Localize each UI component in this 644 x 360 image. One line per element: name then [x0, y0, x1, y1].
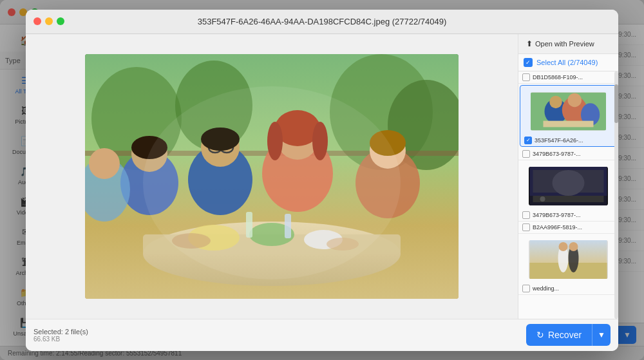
recover-icon: ↻: [536, 330, 544, 340]
select-all-icon: ✓: [524, 58, 533, 67]
thumb-checkbox-row: DB1D5868-F109-...: [518, 71, 618, 83]
thumbnail-list: DB1D5868-F109-...: [518, 71, 618, 319]
dialog-traffic-lights: [33, 17, 64, 25]
upload-icon: ⬆: [526, 39, 533, 48]
item-checkbox[interactable]: [522, 211, 530, 219]
recover-button[interactable]: ↻ Recover ▼: [526, 324, 611, 346]
selected-label: Selected: 2 file(s): [33, 328, 88, 336]
svg-point-34: [143, 86, 401, 279]
svg-point-31: [89, 148, 120, 179]
dialog-close-button[interactable]: [33, 17, 41, 25]
thumb-filename: 3479B673-9787-...: [533, 151, 581, 157]
dialog-minimize-button[interactable]: [45, 17, 53, 25]
thumb-filename: 3479B673-9787-...: [533, 212, 581, 218]
thumb-filename: DB1D5868-F109-...: [533, 74, 583, 81]
thumb-checkbox-row: 3479B673-9787-...: [518, 148, 618, 160]
item-checkbox[interactable]: [522, 73, 530, 81]
svg-point-51: [559, 242, 568, 251]
svg-rect-41: [544, 120, 594, 127]
dialog-titlebar: 353F547F-6A26-46AA-94AA-DA198CFCD84C.jpe…: [26, 10, 618, 34]
recover-label: Recover: [548, 330, 582, 340]
thumbnail-image: [529, 167, 608, 205]
item-checkbox[interactable]: [522, 285, 530, 292]
thumb-checkbox-row: 3479B673-9787-...: [518, 209, 618, 221]
file-panel-toolbar: ⬆ Open with Preview: [518, 34, 618, 54]
file-size: 66.63 KB: [33, 336, 88, 343]
list-item[interactable]: 3479B673-9787-...: [518, 160, 618, 222]
svg-point-37: [549, 95, 562, 108]
scrollbar-thumb[interactable]: [614, 84, 618, 123]
dialog: 353F547F-6A26-46AA-94AA-DA198CFCD84C.jpe…: [26, 10, 618, 351]
selected-info: Selected: 2 file(s) 66.63 KB: [33, 328, 88, 343]
list-item[interactable]: 3479B673-9787-...: [518, 148, 618, 160]
recover-dropdown-arrow[interactable]: ▼: [592, 324, 611, 346]
dialog-maximize-button[interactable]: [57, 17, 64, 25]
thumb-filename: B2AA996F-5819-...: [533, 224, 582, 231]
select-all-label: Select All (2/74049): [536, 59, 598, 66]
thumbnail-image: [531, 92, 606, 131]
dialog-body: ⬆ Open with Preview ✓ Select All (2/7404…: [26, 34, 618, 319]
dialog-bottom-bar: Selected: 2 file(s) 66.63 KB ↻ Recover ▼: [26, 319, 618, 351]
svg-point-39: [568, 93, 582, 106]
thumb-filename: wedding...: [533, 285, 559, 292]
preview-area: [26, 34, 518, 319]
svg-rect-49: [530, 263, 607, 279]
thumb-checkbox-row: wedding...: [518, 283, 618, 294]
file-panel: ⬆ Open with Preview ✓ Select All (2/7404…: [518, 34, 618, 319]
scrollbar-track[interactable]: [614, 71, 618, 319]
item-checkbox[interactable]: [522, 223, 530, 231]
list-item[interactable]: B2AA996F-5819-...: [518, 222, 618, 234]
svg-point-47: [553, 170, 585, 196]
preview-image: [85, 54, 459, 299]
item-checkbox[interactable]: ✓: [524, 137, 532, 144]
list-item[interactable]: ✓ 353F547F-6A26-...: [520, 85, 617, 147]
svg-point-46: [540, 196, 545, 202]
thumbnail-image: [529, 240, 608, 279]
list-item[interactable]: wedding...: [518, 234, 618, 295]
svg-point-53: [569, 242, 578, 251]
thumb-checkbox-row: B2AA996F-5819-...: [518, 222, 618, 233]
open-with-preview-button[interactable]: ⬆ Open with Preview: [524, 38, 597, 50]
dialog-title: 353F547F-6A26-46AA-94AA-DA198CFCD84C.jpe…: [198, 17, 447, 26]
thumb-filename: 353F547F-6A26-...: [535, 137, 583, 144]
dialog-overlay: 353F547F-6A26-46AA-94AA-DA198CFCD84C.jpe…: [0, 0, 644, 360]
open-with-preview-label: Open with Preview: [535, 40, 594, 48]
thumb-checkbox-row: ✓ 353F547F-6A26-...: [520, 135, 616, 146]
select-all-row[interactable]: ✓ Select All (2/74049): [518, 54, 618, 71]
list-item[interactable]: DB1D5868-F109-...: [518, 71, 618, 84]
item-checkbox[interactable]: [522, 150, 530, 158]
